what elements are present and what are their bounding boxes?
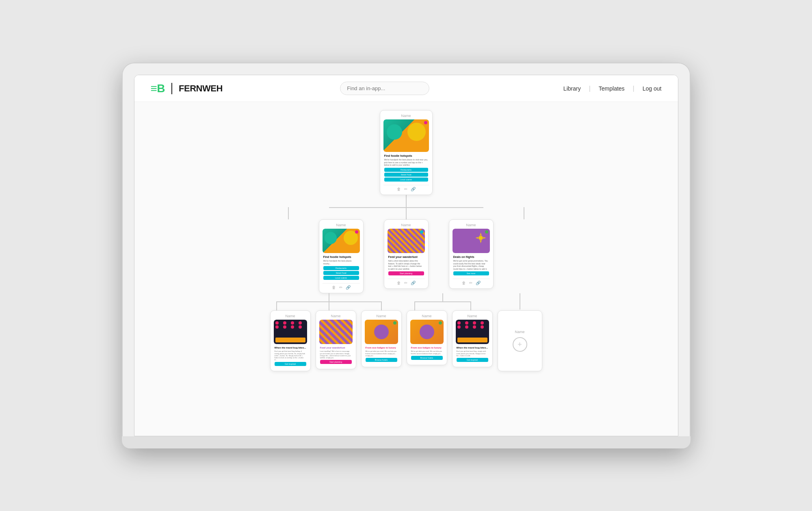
l2-node-1: Name Feed your wanderlust Love travellin… <box>316 310 356 369</box>
l2-node-4: Name <box>452 310 493 367</box>
l1-edit-1[interactable]: ✏ <box>404 281 407 285</box>
l1-close-1[interactable] <box>420 230 423 234</box>
l2-label-4: Name <box>456 314 489 318</box>
root-card-title: Find foodie hotspots <box>384 154 428 158</box>
l2-card-0: Name <box>270 310 311 371</box>
l1-card-2: Name <box>449 219 494 289</box>
l1-link-2[interactable]: 🔗 <box>476 281 481 285</box>
center-drops <box>414 302 471 310</box>
root-card-image <box>383 119 429 152</box>
header: ≡B FERNWEH Library | Templates | Log out <box>134 75 678 102</box>
left-branch <box>256 293 402 310</box>
l2-node-5: Name + <box>498 310 542 371</box>
nav-logout[interactable]: Log out <box>643 85 662 92</box>
l2-close-2[interactable] <box>393 321 396 325</box>
l2-title-3: From eco-lodges to luxury <box>411 346 443 349</box>
l1-img-0 <box>323 229 360 253</box>
l1-content-0: Find foodie hotspots We've handpick the … <box>323 255 360 281</box>
l2-btn-4: Get inspired <box>457 358 488 362</box>
drop-left <box>252 207 325 219</box>
level2-connector <box>223 293 589 310</box>
center-drop-1 <box>414 302 415 310</box>
logo-icon: ≡B <box>151 82 165 95</box>
l1-close-0[interactable] <box>355 230 358 234</box>
search-input[interactable] <box>340 82 429 95</box>
root-vert-line <box>406 195 407 207</box>
l2-node-0: Name <box>270 310 311 371</box>
l2-btn-2: Browse hotels <box>366 358 397 362</box>
drop-center-line <box>406 207 407 219</box>
root-card-text: We've handpick the best places to visit … <box>384 158 428 167</box>
l2-img-1 <box>319 320 353 344</box>
l1-label-1: Name <box>388 223 425 227</box>
l2-placeholder-label: Name <box>515 330 524 334</box>
root-edit-icon[interactable]: ✏ <box>404 187 407 191</box>
l2-card-1: Name Feed your wanderlust Love travellin… <box>316 310 356 369</box>
left-drop-1 <box>276 302 277 310</box>
l1-actions-2: 🗑 ✏ 🔗 <box>453 279 490 285</box>
l1-edit-0[interactable]: ✏ <box>339 285 342 290</box>
l1-img-2 <box>453 229 490 253</box>
right-branch <box>483 293 556 310</box>
l2-text-0: Don't you get that travel bug feeling of… <box>275 350 306 361</box>
left-drops <box>276 302 382 310</box>
nav-library[interactable]: Library <box>563 85 581 92</box>
center-branch-h <box>414 301 471 310</box>
root-delete-icon[interactable]: 🗑 <box>397 187 401 191</box>
l2-node-2: Name From eco-lodges to luxury We've got… <box>361 310 402 367</box>
l1-node-2: Name <box>449 219 494 289</box>
root-btn-2: Street Food <box>384 173 428 177</box>
nav-templates[interactable]: Templates <box>599 85 625 92</box>
l1-label-0: Name <box>323 223 360 227</box>
l2-btn-1: Start planning <box>320 360 352 364</box>
l1-title-2: Deals on flights <box>453 256 489 259</box>
root-node: Name Find foodie hotspots We've handpic <box>380 110 433 207</box>
l1-edit-2[interactable]: ✏ <box>469 281 472 285</box>
l2-card-4: Name <box>452 310 493 367</box>
l1-actions-1: 🗑 ✏ 🔗 <box>388 279 425 285</box>
l2-close-3[interactable] <box>439 321 442 325</box>
add-card-button[interactable]: + <box>513 337 527 352</box>
l1-close-2[interactable] <box>485 230 488 234</box>
l2-img-3 <box>410 320 444 344</box>
drop-right <box>487 207 561 219</box>
root-card-label: Name <box>383 114 429 118</box>
l2-content-0: When the travel bug bites... Don't you g… <box>274 346 307 368</box>
laptop-wrapper: ≡B FERNWEH Library | Templates | Log out <box>122 63 691 448</box>
level2-row: Name <box>211 310 601 371</box>
l1-delete-1[interactable]: 🗑 <box>397 281 401 285</box>
l2-text-2: We've got what you need. We can help you… <box>366 350 397 357</box>
l1-link-1[interactable]: 🔗 <box>411 281 416 285</box>
l2-text-4: Don't you get that travel bug, simply se… <box>457 350 488 357</box>
left-drop-2 <box>329 302 329 310</box>
l2-img-4 <box>456 320 489 344</box>
l2-content-4: When the travel bug bites... Don't you g… <box>456 346 489 364</box>
drop-right-line <box>524 207 524 219</box>
l2-img-2 <box>365 320 398 344</box>
center-branch-down <box>442 293 443 301</box>
laptop-base <box>122 436 691 448</box>
l1-content-1: Feed your wanderlust Add a short descrip… <box>388 255 425 277</box>
l2-btn-0: Get inspired <box>275 362 306 366</box>
l2-card-2: Name From eco-lodges to luxury We've got… <box>361 310 402 367</box>
l2-label-1: Name <box>319 314 353 318</box>
h-line-1 <box>329 207 483 208</box>
l1-card-1: Name Feed your wanderlust Add a short de… <box>384 219 429 289</box>
l1-text-2: We've got some great promotions. You cou… <box>453 260 489 270</box>
drop-left-line <box>288 207 289 219</box>
root-close-dot[interactable] <box>424 121 427 124</box>
l1-delete-2[interactable]: 🗑 <box>462 281 466 285</box>
l1-img-1 <box>388 229 425 253</box>
l2-text-1: Love travelling? We're here to encourage… <box>320 350 352 359</box>
l1-link-0[interactable]: 🔗 <box>346 285 351 290</box>
l1-title-0: Find foodie hotspots <box>323 256 359 259</box>
root-btn-3: Local cuisine <box>384 178 428 182</box>
l2-label-3: Name <box>410 314 444 318</box>
l1-actions-0: 🗑 ✏ 🔗 <box>323 283 360 290</box>
left-branch-h <box>276 301 382 310</box>
l1-card-0: Name Find foodie hotspots We've ha <box>319 219 364 293</box>
root-link-icon[interactable]: 🔗 <box>411 187 416 191</box>
l2-content-2: From eco-lodges to luxury We've got what… <box>365 346 398 364</box>
l1-delete-0[interactable]: 🗑 <box>332 285 336 290</box>
level1-connector <box>252 207 561 219</box>
